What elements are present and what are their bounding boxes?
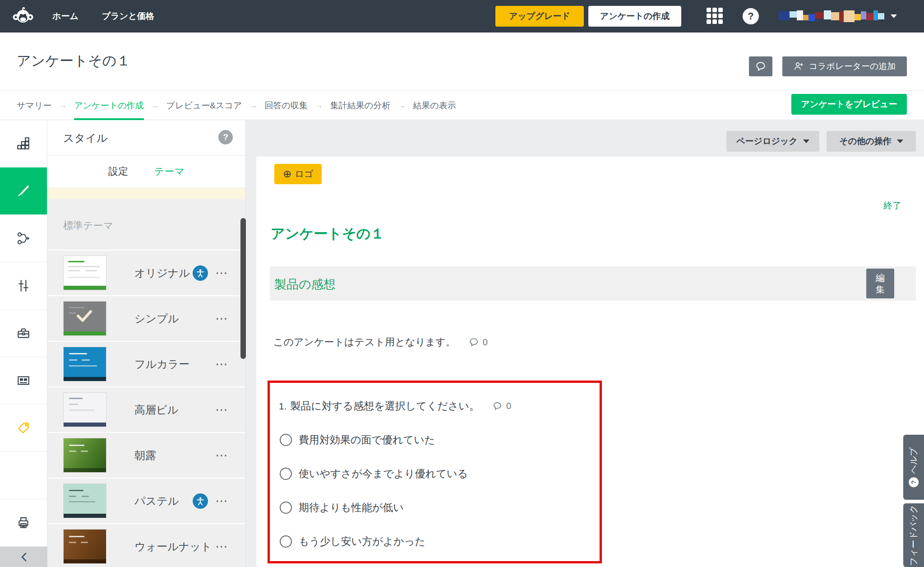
survey-header: アンケートその１ コラボレーターの追加 <box>0 33 924 90</box>
builder-tool-rail <box>0 120 47 567</box>
upgrade-button[interactable]: アップグレード <box>495 6 584 27</box>
help-tab-label: ヘルプ <box>908 447 919 474</box>
page-logic-label: ページロジック <box>736 135 798 147</box>
survey-canvas-title[interactable]: アンケートその１ <box>271 224 384 243</box>
theme-row-pastel[interactable]: パステル ⋯ <box>47 478 245 523</box>
tab-theme[interactable]: テーマ <box>154 165 185 178</box>
theme-row-fullcolor[interactable]: フルカラー ⋯ <box>47 341 245 386</box>
theme-more-button[interactable]: ⋯ <box>215 497 229 506</box>
rail-print-button[interactable] <box>0 499 47 547</box>
theme-name: オリジナル <box>134 266 193 280</box>
rail-options-button[interactable] <box>0 262 47 310</box>
help-tab[interactable]: ? ヘルプ <box>903 435 924 500</box>
nav-home[interactable]: ホーム <box>52 0 79 33</box>
rail-style-button[interactable] <box>0 167 47 215</box>
answer-option-label: 期待よりも性能が低い <box>299 501 404 515</box>
rail-toolbox-button[interactable] <box>0 310 47 357</box>
answer-option-row[interactable]: もう少し安い方がよかった <box>280 534 600 548</box>
arrow-icon: → <box>397 101 406 110</box>
theme-more-button[interactable]: ⋯ <box>215 542 229 551</box>
crumb-preview-score[interactable]: プレビュー&スコア <box>166 91 242 120</box>
rail-logic-button[interactable] <box>0 215 47 262</box>
feedback-tab[interactable]: フィードバック <box>903 503 924 567</box>
rail-build-button[interactable] <box>0 120 47 167</box>
arrow-icon: → <box>59 101 67 110</box>
arrow-icon: → <box>249 101 257 110</box>
surveymonkey-logo-icon[interactable] <box>13 6 33 27</box>
crumb-summary[interactable]: サマリー <box>17 91 51 120</box>
rail-layout-button[interactable] <box>0 357 47 404</box>
add-logo-button[interactable]: ⊕ ロゴ <box>274 164 322 184</box>
branch-logic-icon <box>16 231 31 246</box>
survey-name-title: アンケートその１ <box>17 51 130 70</box>
style-panel-header: スタイル ? <box>47 120 245 156</box>
style-panel: スタイル ? 設定 テーマ 標準テーマ オリジナル <box>47 120 246 567</box>
theme-more-button[interactable]: ⋯ <box>215 314 229 323</box>
theme-row-morning-dew[interactable]: 朝露 ⋯ <box>47 432 245 478</box>
radio-button[interactable] <box>280 434 292 446</box>
theme-thumbnail <box>63 347 106 381</box>
accessibility-icon <box>193 265 208 281</box>
comments-button[interactable] <box>749 56 772 76</box>
theme-row-simple[interactable]: シンプル ⋯ <box>47 295 245 341</box>
crumb-collect-responses[interactable]: 回答の収集 <box>264 91 307 120</box>
theme-thumbnail <box>63 483 106 518</box>
answer-option-row[interactable]: 費用対効果の面で優れていた <box>280 433 600 447</box>
printer-icon <box>16 515 31 530</box>
workflow-breadcrumb: サマリー → アンケートの作成 → プレビュー&スコア → 回答の収集 → 集計… <box>0 90 924 120</box>
question-title-row[interactable]: 1. 製品に対する感想を選択してください。 0 <box>279 399 600 413</box>
theme-more-button[interactable]: ⋯ <box>215 360 229 369</box>
crumb-design-survey[interactable]: アンケートの作成 <box>74 91 143 120</box>
comment-balloon-icon <box>468 337 479 348</box>
add-collaborator-button[interactable]: コラボレーターの追加 <box>782 56 907 76</box>
help-question-icon: ? <box>909 477 919 487</box>
theme-more-button[interactable]: ⋯ <box>215 269 229 278</box>
preview-survey-button[interactable]: アンケートをプレビュー <box>791 94 907 115</box>
exit-link[interactable]: 終了 <box>883 200 901 212</box>
apps-grid-icon[interactable] <box>707 8 724 25</box>
description-comment-chip[interactable]: 0 <box>468 337 488 348</box>
page-logic-button[interactable]: ページロジック <box>726 131 819 152</box>
collapse-sidebar-button[interactable] <box>0 547 47 567</box>
radio-button[interactable] <box>280 468 292 480</box>
chevron-down-icon <box>803 139 809 143</box>
radio-button[interactable] <box>280 502 292 514</box>
theme-more-button[interactable]: ⋯ <box>215 451 229 460</box>
crumb-present-results[interactable]: 結果の表示 <box>413 91 456 120</box>
paintbrush-icon <box>15 183 32 199</box>
chevron-left-icon <box>20 552 28 562</box>
tag-icon <box>16 420 31 436</box>
theme-name: パステル <box>134 494 193 508</box>
question-text: 製品に対する感想を選択してください。 <box>291 399 480 413</box>
answer-option-row[interactable]: 期待よりも性能が低い <box>280 501 600 515</box>
theme-row-walnut[interactable]: ウォールナット ⋯ <box>47 523 245 567</box>
theme-thumbnail <box>63 301 106 336</box>
question-comment-chip[interactable]: 0 <box>492 401 511 411</box>
crumb-analyze-results[interactable]: 集計結果の分析 <box>330 91 390 120</box>
style-help-icon[interactable]: ? <box>218 130 233 144</box>
radio-button[interactable] <box>280 535 292 548</box>
nav-plans-pricing[interactable]: プランと価格 <box>102 0 154 33</box>
question-comment-count: 0 <box>506 401 511 411</box>
answer-option-row[interactable]: 使いやすさが今までより優れている <box>280 467 600 481</box>
rail-tag-button[interactable] <box>0 404 47 452</box>
help-icon[interactable]: ? <box>743 8 759 24</box>
survey-canvas: ⊕ ロゴ 終了 アンケートその１ 製品の感想 編集 このアンケートはテスト用とな… <box>256 157 924 567</box>
create-survey-button[interactable]: アンケートの作成 <box>588 6 681 27</box>
tab-settings[interactable]: 設定 <box>108 165 128 178</box>
survey-description: このアンケートはテスト用となります。 <box>273 335 456 349</box>
edit-page-button[interactable]: 編集 <box>866 269 894 298</box>
theme-list-scrollbar[interactable] <box>240 218 246 359</box>
theme-row-original[interactable]: オリジナル ⋯ <box>47 250 245 295</box>
accessibility-icon <box>193 493 208 509</box>
chevron-down-icon <box>897 139 903 143</box>
page-title[interactable]: 製品の感想 <box>274 276 336 293</box>
comment-balloon-icon <box>755 60 767 72</box>
more-actions-button[interactable]: その他の操作 <box>827 131 916 152</box>
answer-option-label: 使いやすさが今までより優れている <box>299 467 468 481</box>
highlighted-question-block[interactable]: 1. 製品に対する感想を選択してください。 0 費用対効果の面で優れていた <box>268 381 602 563</box>
theme-row-skyscraper[interactable]: 高層ビル ⋯ <box>47 386 245 432</box>
account-menu[interactable] <box>779 9 897 23</box>
theme-more-button[interactable]: ⋯ <box>215 405 229 414</box>
survey-description-row[interactable]: このアンケートはテスト用となります。 0 <box>273 335 488 349</box>
